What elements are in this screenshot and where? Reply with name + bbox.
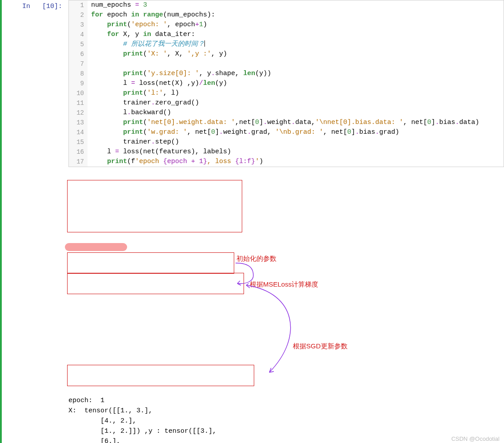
- code-line[interactable]: 6 print('X: ', X, ',y :', y): [69, 49, 504, 59]
- line-number: 3: [69, 20, 88, 30]
- code-text[interactable]: print('net[0].weight.data: ',net[0].weig…: [88, 118, 504, 128]
- output-line: [4., 2.],: [68, 416, 504, 426]
- line-number: 8: [69, 69, 88, 79]
- line-number: 5: [69, 40, 88, 49]
- input-row: In [10]: 1num_epochs = 32for epoch in ra…: [2, 0, 504, 167]
- code-text[interactable]: trainer.zero_grad(): [88, 98, 504, 108]
- code-text[interactable]: # 所以花了我一天的时间？: [88, 40, 504, 49]
- code-line[interactable]: 5 # 所以花了我一天的时间？: [69, 40, 504, 49]
- code-text[interactable]: l.backward(): [88, 108, 504, 118]
- code-text[interactable]: [88, 59, 504, 69]
- code-line[interactable]: 17 print(f'epoch {epoch + 1}, loss {l:f}…: [69, 157, 504, 167]
- line-number: 11: [69, 98, 88, 108]
- line-number: 9: [69, 79, 88, 88]
- code-line[interactable]: 9 l = loss(net(X) ,y)/len(y): [69, 79, 504, 88]
- line-number: 15: [69, 137, 88, 147]
- code-line[interactable]: 15 trainer.step(): [69, 137, 504, 147]
- code-text[interactable]: print('epoch: ', epoch+1): [88, 20, 504, 30]
- line-number: 10: [69, 88, 88, 98]
- output-prompt-spacer: [5, 171, 68, 173]
- watermark-text: CSDN @Ocodotial: [451, 435, 500, 442]
- code-line[interactable]: 16 l = loss(net(features), labels): [69, 147, 504, 157]
- cell-prompt: In [10]:: [5, 0, 68, 10]
- code-text[interactable]: for epoch in range(num_epochs):: [88, 10, 504, 20]
- code-text[interactable]: for X, y in data_iter:: [88, 30, 504, 40]
- annotation-box-grad: [67, 273, 244, 294]
- line-number: 7: [69, 59, 88, 69]
- annotation-label-init: 初始化的参数: [236, 253, 276, 263]
- line-number: 16: [69, 147, 88, 157]
- line-number: 2: [69, 10, 88, 20]
- code-line[interactable]: 14 print('w.grad: ', net[0].weight.grad,…: [69, 128, 504, 137]
- output-text: 初始化的参数 根据MSELoss计算梯度 根据SGD更新参数 epoch: 1X…: [68, 171, 504, 443]
- code-text[interactable]: print('X: ', X, ',y :', y): [88, 49, 504, 59]
- line-number: 12: [69, 108, 88, 118]
- code-line[interactable]: 1num_epochs = 3: [69, 0, 504, 10]
- output-line: [6.],: [68, 436, 504, 443]
- line-number: 1: [69, 0, 88, 10]
- code-line[interactable]: 8 print('y.size[0]: ', y.shape, len(y)): [69, 69, 504, 79]
- line-number: 6: [69, 49, 88, 59]
- notebook-left-bar: [0, 0, 2, 443]
- output-line: X: tensor([[1., 3.],: [68, 406, 504, 416]
- code-line[interactable]: 7: [69, 59, 504, 69]
- annotation-box-tensor-x: [67, 180, 242, 232]
- code-line[interactable]: 4 for X, y in data_iter:: [69, 30, 504, 40]
- code-text[interactable]: num_epochs = 3: [88, 0, 504, 10]
- line-number: 13: [69, 118, 88, 128]
- code-text[interactable]: l = loss(net(X) ,y)/len(y): [88, 79, 504, 88]
- prompt-in: In: [22, 3, 30, 10]
- code-text[interactable]: print(f'epoch {epoch + 1}, loss {l:f}'): [88, 157, 504, 167]
- code-line[interactable]: 10 print('l:', l): [69, 88, 504, 98]
- code-line[interactable]: 11 trainer.zero_grad(): [69, 98, 504, 108]
- highlight-loss-12: [65, 243, 127, 251]
- output-line: [1., 2.]]) ,y : tensor([[3.],: [68, 426, 504, 436]
- code-line[interactable]: 3 print('epoch: ', epoch+1): [69, 20, 504, 30]
- arrow-grad-to-sgd: [243, 283, 305, 381]
- prompt-number: 10: [46, 3, 54, 10]
- line-number: 14: [69, 128, 88, 137]
- output-line: epoch: 1: [68, 395, 504, 406]
- annotation-box-sgd: [67, 365, 254, 386]
- annotation-label-sgd: 根据SGD更新参数: [293, 341, 348, 351]
- code-text[interactable]: print('l:', l): [88, 88, 504, 98]
- code-text[interactable]: print('w.grad: ', net[0].weight.grad, '\…: [88, 128, 504, 137]
- line-number: 4: [69, 30, 88, 40]
- code-line[interactable]: 13 print('net[0].weight.data: ',net[0].w…: [69, 118, 504, 128]
- code-text[interactable]: print('y.size[0]: ', y.shape, len(y)): [88, 69, 504, 79]
- output-row: 初始化的参数 根据MSELoss计算梯度 根据SGD更新参数 epoch: 1X…: [2, 171, 504, 443]
- code-editor[interactable]: 1num_epochs = 32for epoch in range(num_e…: [68, 0, 504, 167]
- text-cursor: [204, 40, 205, 47]
- code-line[interactable]: 2for epoch in range(num_epochs):: [69, 10, 504, 20]
- code-text[interactable]: trainer.step(): [88, 137, 504, 147]
- line-number: 17: [69, 157, 88, 167]
- code-text[interactable]: l = loss(net(features), labels): [88, 147, 504, 157]
- annotation-label-grad: 根据MSELoss计算梯度: [250, 279, 318, 289]
- annotation-box-init-params: [67, 252, 234, 274]
- code-line[interactable]: 12 l.backward(): [69, 108, 504, 118]
